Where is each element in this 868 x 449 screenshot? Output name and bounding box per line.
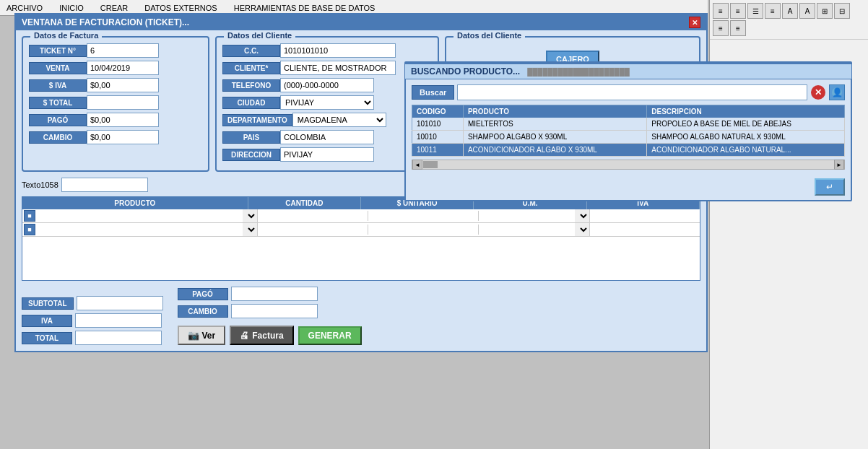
- scroll-track[interactable]: [422, 160, 834, 169]
- generar-button[interactable]: GENERAR: [298, 326, 362, 345]
- col-codigo: CODIGO: [412, 105, 464, 118]
- searching-extra: ████████████████████: [527, 68, 630, 76]
- ciudad-select[interactable]: PIVIJAY BARRANQUILLA: [280, 95, 374, 110]
- total-bottom-input[interactable]: [75, 331, 162, 345]
- menu-inicio[interactable]: INICIO: [56, 2, 87, 14]
- total-input[interactable]: [87, 95, 159, 110]
- printer-icon: 🖨: [240, 330, 249, 341]
- cambio-label: CAMBIO: [29, 131, 87, 144]
- cambio-bottom-input[interactable]: [231, 304, 318, 318]
- venta-label: VENTA: [29, 62, 87, 74]
- cambio-bottom-label: CAMBIO: [178, 305, 228, 318]
- telefono-field: TELEFONO: [222, 78, 432, 92]
- factura-button[interactable]: 🖨 Factura: [230, 326, 293, 345]
- depto-label: DEPARTAMENTO: [222, 114, 292, 126]
- datos-cliente2-title: Datos del Cliente: [453, 31, 525, 40]
- ciudad-field: CIUDAD PIVIJAY BARRANQUILLA: [222, 95, 432, 110]
- row2-iva[interactable]: [590, 224, 700, 235]
- rp-btn-1[interactable]: ≡: [713, 3, 729, 19]
- row-delete-1[interactable]: ■: [24, 210, 35, 222]
- row1-um[interactable]: [479, 211, 574, 221]
- products-table: PRODUCTO CANTIDAD $ UNITARIO U.M. IVA ■: [22, 196, 700, 281]
- iva-bottom-input[interactable]: [75, 313, 162, 328]
- row-delete-2[interactable]: ■: [24, 224, 35, 235]
- result-codigo-2: 10010: [412, 131, 464, 144]
- searching-banner: BUSCANDO PRODUCTO... ███████████████████…: [404, 64, 852, 79]
- iva-bottom-label: IVA: [22, 315, 72, 327]
- rp-btn-6[interactable]: A: [799, 3, 815, 19]
- row2-producto[interactable]: [37, 224, 243, 235]
- horizontal-scrollbar[interactable]: ◄ ►: [412, 160, 845, 170]
- texto-input[interactable]: [61, 178, 148, 192]
- row1-um-select[interactable]: [575, 209, 589, 222]
- menu-datos-externos[interactable]: DATOS EXTERNOS: [142, 2, 220, 14]
- row2-um-select[interactable]: [575, 223, 589, 236]
- right-toolbar: ≡ ≡ ☰ ≡ A A ⊞ ⊟ ≡ ≡: [710, 0, 868, 40]
- pago-input[interactable]: [87, 113, 159, 127]
- ciudad-label: CIUDAD: [222, 97, 280, 109]
- pais-input[interactable]: [280, 130, 374, 144]
- iva-input[interactable]: [87, 78, 159, 92]
- direccion-field: DIRECCION: [222, 147, 432, 162]
- menu-archivo[interactable]: ARCHIVO: [4, 2, 45, 14]
- search-go-button[interactable]: 👤: [829, 84, 845, 100]
- search-bar: Buscar ✕ 👤: [412, 84, 845, 100]
- rp-btn-10[interactable]: ≡: [730, 20, 746, 36]
- rp-btn-8[interactable]: ⊟: [834, 3, 850, 19]
- scroll-thumb[interactable]: [423, 161, 438, 168]
- search-clear-button[interactable]: ✕: [810, 84, 826, 100]
- iva-field: $ IVA: [29, 78, 202, 92]
- action-bar: 📷 Ver 🖨 Factura GENERAR: [178, 326, 362, 345]
- result-producto-2: SHAMPOO ALGABO X 930ML: [463, 131, 646, 144]
- rp-btn-7[interactable]: ⊞: [817, 3, 833, 19]
- row1-unitario[interactable]: [368, 211, 478, 221]
- subtotal-field: SUBTOTAL: [22, 296, 163, 310]
- menu-crear[interactable]: CREAR: [97, 2, 131, 14]
- row1-cantidad[interactable]: [258, 211, 368, 221]
- result-codigo-3: 10011: [412, 144, 464, 157]
- search-modal: Busqueda de Cliente Buscar ✕ 👤: [404, 61, 852, 201]
- cliente-name-input[interactable]: [280, 61, 396, 75]
- rp-btn-4[interactable]: ≡: [765, 3, 781, 19]
- result-row-selected[interactable]: 10011 ACONDICIONADOR ALGABO X 930ML ACON…: [412, 144, 845, 157]
- scroll-right-button[interactable]: ►: [834, 160, 844, 170]
- scroll-left-button[interactable]: ◄: [412, 160, 422, 170]
- row1-producto-select[interactable]: [243, 209, 257, 222]
- ticket-input[interactable]: [87, 43, 159, 58]
- row2-producto-select[interactable]: [243, 223, 257, 236]
- venta-input[interactable]: [87, 61, 159, 75]
- rp-btn-9[interactable]: ≡: [713, 20, 729, 36]
- col-producto-modal: PRODUCTO: [463, 105, 646, 118]
- telefono-input[interactable]: [280, 78, 374, 92]
- cliente-name-field: CLIENTE*: [222, 61, 432, 75]
- menu-herramientas[interactable]: HERRAMIENTAS DE BASE DE DATOS: [231, 2, 378, 14]
- search-label: Buscar: [412, 85, 454, 100]
- cc-input[interactable]: [280, 43, 396, 58]
- direccion-input[interactable]: [280, 147, 374, 162]
- col-descripcion: DESCRIPCION: [647, 105, 845, 118]
- result-row[interactable]: 101010 MIELTERTOS PROPOLEO A BASE DE MIE…: [412, 118, 845, 131]
- ok-icon: ↵: [826, 182, 833, 192]
- subtotal-input[interactable]: [77, 296, 163, 310]
- window-close-button[interactable]: ✕: [689, 17, 700, 28]
- row2-cantidad[interactable]: [258, 224, 368, 235]
- pago-bottom-input[interactable]: [231, 287, 318, 301]
- direccion-label: DIRECCION: [222, 149, 280, 161]
- rp-btn-5[interactable]: A: [782, 3, 798, 19]
- iva-label: $ IVA: [29, 79, 87, 92]
- result-row[interactable]: 10010 SHAMPOO ALGABO X 930ML SHAMPOO ALG…: [412, 131, 845, 144]
- rp-btn-3[interactable]: ☰: [747, 3, 763, 19]
- search-input[interactable]: [457, 84, 807, 100]
- total-bottom-label: TOTAL: [22, 332, 72, 344]
- depto-select[interactable]: MAGDALENA ATLANTICO: [292, 113, 386, 127]
- row1-iva[interactable]: [590, 211, 700, 221]
- results-scroll-area[interactable]: CODIGO PRODUCTO DESCRIPCION 101010 MIELT…: [412, 105, 845, 157]
- row2-um[interactable]: [479, 224, 574, 235]
- row2-unitario[interactable]: [368, 224, 478, 235]
- rp-btn-2[interactable]: ≡: [730, 3, 746, 19]
- results-table: CODIGO PRODUCTO DESCRIPCION 101010 MIELT…: [412, 105, 845, 157]
- modal-ok-button[interactable]: ↵: [815, 178, 845, 196]
- row1-producto[interactable]: [37, 211, 243, 221]
- cambio-input[interactable]: [87, 130, 159, 144]
- ver-button[interactable]: 📷 Ver: [178, 326, 226, 345]
